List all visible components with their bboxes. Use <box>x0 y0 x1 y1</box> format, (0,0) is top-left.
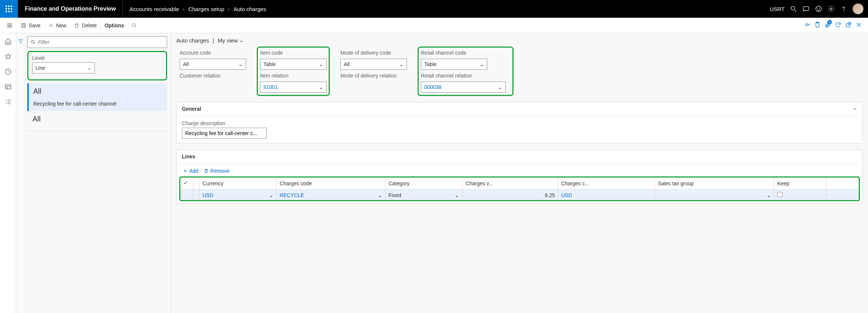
svg-rect-11 <box>803 7 809 10</box>
svg-rect-8 <box>11 11 12 12</box>
save-button[interactable]: Save <box>17 18 44 33</box>
crumb-0[interactable]: Accounts receivable <box>129 6 179 12</box>
crumb-2[interactable]: Auto charges <box>234 6 266 12</box>
svg-rect-2 <box>11 6 12 7</box>
svg-point-14 <box>819 8 820 8</box>
search-button[interactable] <box>128 18 141 33</box>
svg-rect-4 <box>8 8 10 10</box>
breadcrumb: Accounts receivable › Charges setup › Au… <box>123 6 273 12</box>
avatar[interactable] <box>853 3 864 14</box>
svg-rect-6 <box>6 11 7 12</box>
svg-line-26 <box>135 26 136 28</box>
waffle-icon <box>6 6 12 12</box>
delete-button[interactable]: Delete <box>70 18 101 33</box>
app-launcher[interactable] <box>0 0 18 18</box>
crumb-1[interactable]: Charges setup <box>188 6 224 12</box>
svg-point-15 <box>830 8 832 10</box>
plus-icon <box>48 23 54 28</box>
svg-rect-0 <box>6 6 7 7</box>
hamburger-icon[interactable] <box>2 22 17 29</box>
infinity-icon[interactable] <box>804 21 810 29</box>
svg-point-16 <box>844 11 844 11</box>
help-icon[interactable] <box>840 5 847 13</box>
svg-point-13 <box>817 8 818 8</box>
search-icon[interactable] <box>790 5 797 13</box>
svg-rect-1 <box>8 6 10 7</box>
gear-icon[interactable] <box>827 5 835 13</box>
smile-icon[interactable] <box>815 5 822 13</box>
chevron-right-icon: › <box>183 6 184 12</box>
chat-icon[interactable] <box>802 5 810 13</box>
svg-rect-22 <box>23 25 25 27</box>
svg-line-10 <box>795 10 796 12</box>
close-icon[interactable] <box>855 21 862 29</box>
search-icon <box>131 23 137 28</box>
svg-point-25 <box>132 23 135 26</box>
svg-point-12 <box>816 6 822 12</box>
action-bar: Save New Delete Options 0 <box>0 18 868 33</box>
chevron-right-icon: › <box>228 6 230 12</box>
refresh-icon[interactable] <box>835 21 841 29</box>
svg-point-9 <box>791 6 795 10</box>
svg-rect-5 <box>11 8 12 10</box>
svg-rect-21 <box>23 23 24 24</box>
clipboard-icon[interactable] <box>814 21 821 29</box>
svg-rect-3 <box>6 8 7 10</box>
trash-icon <box>74 23 80 28</box>
save-icon <box>21 23 27 28</box>
legal-entity[interactable]: USRT <box>770 6 785 12</box>
new-button[interactable]: New <box>44 18 70 33</box>
svg-rect-7 <box>8 11 10 12</box>
top-bar: Finance and Operations Preview Accounts … <box>0 0 868 18</box>
options-button[interactable]: Options <box>101 18 128 33</box>
app-title: Finance and Operations Preview <box>18 6 122 12</box>
popout-icon[interactable] <box>845 21 852 29</box>
attachments-icon[interactable]: 0 <box>824 21 831 29</box>
